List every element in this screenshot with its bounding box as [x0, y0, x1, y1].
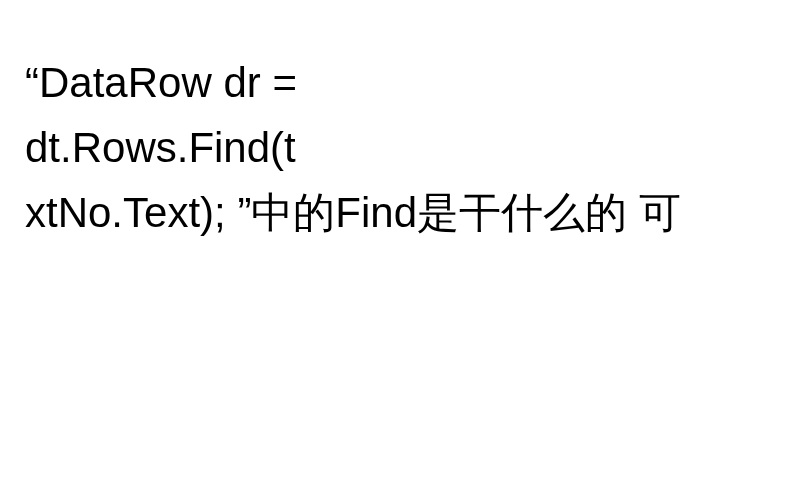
question-text: “DataRow dr = dt.Rows.Find(t xtNo.Text);…: [25, 50, 775, 245]
text-line-2: dt.Rows.Find(t: [25, 124, 296, 171]
text-line-1: “DataRow dr =: [25, 59, 297, 106]
text-line-3: xtNo.Text); ”中的Find是干什么的 可: [25, 189, 681, 236]
question-container: “DataRow dr = dt.Rows.Find(t xtNo.Text);…: [0, 0, 800, 500]
